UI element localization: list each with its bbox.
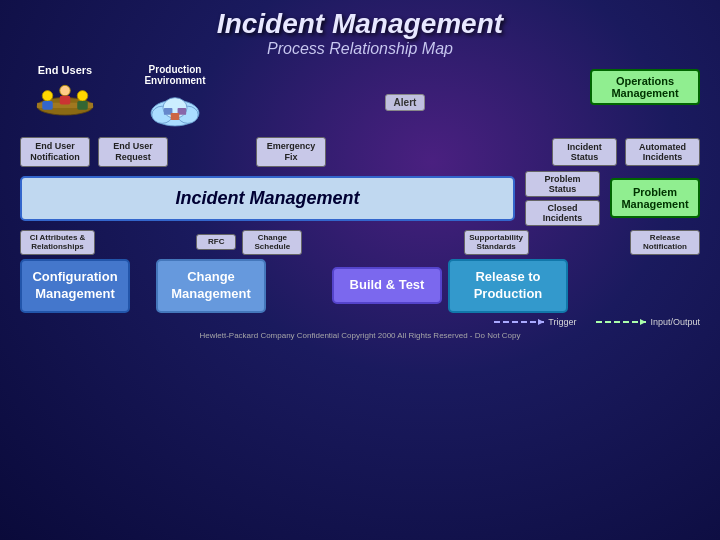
svg-rect-3 xyxy=(42,101,53,110)
trigger-label: Trigger xyxy=(548,317,576,327)
title-area: Incident Management Process Relationship… xyxy=(0,0,720,58)
end-user-notification-box: End User Notification xyxy=(20,137,90,167)
input-output-line-icon xyxy=(596,317,646,327)
closed-incidents-box: Closed Incidents xyxy=(525,200,600,226)
prod-env-block: Production Environment xyxy=(130,64,220,133)
main-title: Incident Management xyxy=(0,8,720,40)
svg-point-4 xyxy=(60,85,71,96)
end-users-block: End Users xyxy=(20,64,110,118)
alert-box: Alert xyxy=(385,94,426,111)
config-mgmt-box: Configuration Management xyxy=(20,259,130,313)
automated-incidents-box: Automated Incidents xyxy=(625,138,700,166)
prod-env-label: Production Environment xyxy=(130,64,220,86)
supportability-box: Supportability Standards xyxy=(464,230,529,255)
people-icon xyxy=(30,78,100,118)
rfc-box: RFC xyxy=(196,234,236,250)
incident-status-box: Incident Status xyxy=(552,138,617,166)
incident-mgmt-row: Incident Management Problem Status Close… xyxy=(20,171,700,226)
trigger-line-icon xyxy=(494,317,544,327)
ci-attr-box: CI Attributes & Relationships xyxy=(20,230,95,255)
change-sched-box: Change Schedule xyxy=(242,230,302,255)
svg-marker-16 xyxy=(538,319,544,325)
svg-rect-7 xyxy=(77,101,88,110)
second-row: End User Notification End User Request E… xyxy=(0,137,720,167)
svg-point-2 xyxy=(42,91,53,102)
problem-status-group: Problem Status Closed Incidents xyxy=(525,171,600,226)
legend-row: Trigger Input/Output xyxy=(20,317,700,327)
ops-mgmt-block: Operations Management xyxy=(590,69,700,105)
build-test-box: Build & Test xyxy=(332,267,442,304)
fourth-row: CI Attributes & Relationships RFC Change… xyxy=(20,230,700,255)
input-output-label: Input/Output xyxy=(650,317,700,327)
prod-env-icon xyxy=(145,88,205,133)
alert-area: Alert xyxy=(230,94,580,111)
top-row: End Users Production Environment xyxy=(0,64,720,133)
incident-mgmt-box: Incident Management xyxy=(20,176,515,221)
svg-rect-14 xyxy=(171,113,180,120)
fifth-row: Configuration Management Change Manageme… xyxy=(20,259,700,313)
main-content: Incident Management Process Relationship… xyxy=(0,0,720,540)
problem-status-box: Problem Status xyxy=(525,171,600,197)
end-user-request-box: End User Request xyxy=(98,137,168,167)
release-notification-box: Release Notification xyxy=(630,230,700,255)
sub-title: Process Relationship Map xyxy=(0,40,720,58)
footer: Hewlett-Packard Company Confidential Cop… xyxy=(0,331,720,340)
svg-marker-18 xyxy=(640,319,646,325)
problem-mgmt-box: Problem Management xyxy=(610,178,700,218)
release-prod-box: Release to Production xyxy=(448,259,568,313)
emergency-fix-box: Emergency Fix xyxy=(256,137,326,167)
footer-text: Hewlett-Packard Company Confidential Cop… xyxy=(199,331,520,340)
input-output-legend: Input/Output xyxy=(596,317,700,327)
svg-rect-5 xyxy=(60,96,71,105)
trigger-legend: Trigger xyxy=(494,317,576,327)
svg-point-6 xyxy=(77,91,88,102)
change-mgmt-box: Change Management xyxy=(156,259,266,313)
end-users-label: End Users xyxy=(38,64,92,76)
